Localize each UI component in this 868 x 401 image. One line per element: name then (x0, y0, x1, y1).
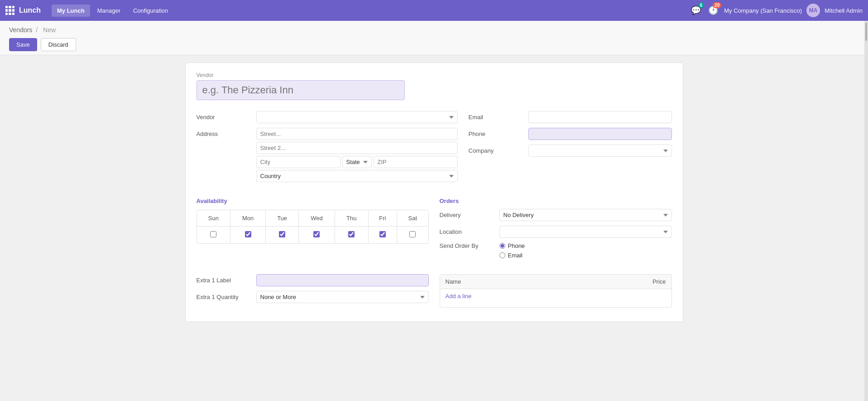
zip-input[interactable] (374, 156, 458, 168)
phone-input[interactable] (528, 128, 672, 140)
vendor-title-input[interactable] (197, 80, 405, 100)
scrollbar[interactable] (864, 21, 868, 329)
page-header: Vendors / New Save Discard (0, 21, 868, 55)
extra1-qty-select[interactable]: None or More One or More Exactly One (256, 291, 429, 303)
extra1-qty-row: Extra 1 Quantity None or More One or Mor… (197, 291, 429, 303)
breadcrumb-parent[interactable]: Vendors (9, 26, 32, 34)
vendor-section-label: Vendor (197, 72, 672, 78)
company-label: Company (469, 145, 523, 154)
day-wed: Wed (299, 210, 335, 227)
checkbox-fri[interactable] (368, 227, 397, 244)
discard-button[interactable]: Discard (41, 38, 76, 51)
address-row: Address State Country (197, 128, 458, 182)
day-sat: Sat (397, 210, 428, 227)
nav-link-manager[interactable]: Manager (92, 5, 126, 17)
app-brand: Lunch (19, 6, 41, 14)
day-mon: Mon (230, 210, 266, 227)
extras-table-header: Name Price (440, 275, 671, 289)
company-select[interactable] (528, 145, 672, 157)
send-by-phone-label: Phone (508, 242, 525, 249)
day-thu: Thu (335, 210, 368, 227)
activity-badge-count: 20 (713, 2, 721, 8)
vendor-label: Vendor (197, 111, 251, 121)
chat-notification[interactable]: 💬 6 (690, 4, 702, 17)
nav-link-configuration[interactable]: Configuration (128, 5, 173, 17)
location-select[interactable] (499, 226, 672, 238)
extras-section: Extra 1 Label Extras Extra 1 Quantity No… (197, 274, 672, 308)
location-row: Location (440, 226, 672, 238)
vendor-select[interactable] (256, 111, 458, 123)
delivery-select[interactable]: No Delivery Delivery Available (499, 209, 672, 221)
street-input[interactable] (256, 128, 458, 140)
country-select[interactable]: Country (256, 170, 458, 182)
extras-name-col: Name (446, 278, 461, 285)
form-card: Vendor Vendor Address (185, 63, 683, 322)
extras-table-area: Name Price Add a line (440, 274, 672, 308)
checkbox-thu[interactable] (335, 227, 368, 244)
orders-title: Orders (440, 198, 672, 204)
send-by-email-label: Email (508, 252, 523, 259)
state-select[interactable]: State (342, 156, 372, 168)
send-by-email-option[interactable]: Email (499, 252, 525, 259)
breadcrumb-current: New (43, 26, 56, 34)
extras-fields: Extra 1 Label Extras Extra 1 Quantity No… (197, 274, 429, 308)
send-by-email-radio[interactable] (499, 252, 505, 258)
nav-links: My Lunch Manager Configuration (52, 5, 690, 17)
action-buttons: Save Discard (9, 38, 859, 51)
extras-price-col: Price (652, 278, 666, 285)
send-order-label: Send Order By (440, 242, 494, 249)
address-label: Address (197, 128, 251, 137)
checkbox-wed[interactable] (299, 227, 335, 244)
checkbox-sun[interactable] (197, 227, 230, 244)
checkbox-mon[interactable] (230, 227, 266, 244)
delivery-row: Delivery No Delivery Delivery Available (440, 209, 672, 221)
day-fri: Fri (368, 210, 397, 227)
extra1-label-row: Extra 1 Label Extras (197, 274, 429, 286)
left-column: Vendor Address State (197, 111, 458, 187)
extra1-label-input[interactable]: Extras (256, 274, 429, 286)
orders-section: Orders Delivery No Delivery Delivery Ava… (440, 198, 672, 263)
activity-notification[interactable]: 🕐 20 (707, 4, 719, 17)
save-button[interactable]: Save (9, 38, 37, 51)
breadcrumb-separator: / (36, 26, 39, 34)
street2-input[interactable] (256, 142, 458, 154)
checkbox-sat[interactable] (397, 227, 428, 244)
send-by-phone-radio[interactable] (499, 243, 505, 249)
form-section: Vendor Address State (197, 111, 672, 187)
send-order-row: Send Order By Phone Email (440, 242, 672, 259)
grid-menu-icon[interactable] (5, 6, 14, 15)
city-state-row: State (256, 156, 458, 168)
company-name: My Company (San Francisco) (724, 7, 802, 14)
company-row: Company (469, 145, 672, 157)
extra1-label-label: Extra 1 Label (197, 274, 251, 284)
avatar[interactable]: MA (806, 4, 820, 17)
address-fields: State Country (256, 128, 458, 182)
user-name: Mitchell Admin (825, 7, 863, 14)
availability-orders-section: Availability Sun Mon Tue Wed Thu Fri Sat (197, 198, 672, 263)
vendor-row: Vendor (197, 111, 458, 123)
email-row: Email (469, 111, 672, 123)
chat-badge-count: 6 (698, 2, 705, 8)
delivery-label: Delivery (440, 212, 494, 218)
add-line-row: Add a line (440, 289, 671, 303)
city-input[interactable] (256, 156, 340, 168)
send-order-radio-group: Phone Email (499, 242, 525, 259)
phone-row: Phone (469, 128, 672, 140)
email-input[interactable] (528, 111, 672, 123)
right-column: Email Phone Company (469, 111, 672, 187)
main-content: Vendor Vendor Address (0, 55, 868, 329)
extra1-qty-label: Extra 1 Quantity (197, 291, 251, 300)
send-by-phone-option[interactable]: Phone (499, 242, 525, 249)
phone-label: Phone (469, 128, 523, 137)
checkbox-tue[interactable] (266, 227, 299, 244)
breadcrumb: Vendors / New (9, 26, 859, 34)
top-navigation: Lunch My Lunch Manager Configuration 💬 6… (0, 0, 868, 21)
scrollbar-thumb[interactable] (865, 23, 867, 41)
add-line-link[interactable]: Add a line (446, 293, 472, 300)
vendor-title-section: Vendor (197, 72, 672, 100)
location-label: Location (440, 228, 494, 235)
nav-link-mylunch[interactable]: My Lunch (52, 5, 90, 17)
day-table: Sun Mon Tue Wed Thu Fri Sat (197, 210, 429, 244)
day-sun: Sun (197, 210, 230, 227)
availability-title: Availability (197, 198, 429, 204)
